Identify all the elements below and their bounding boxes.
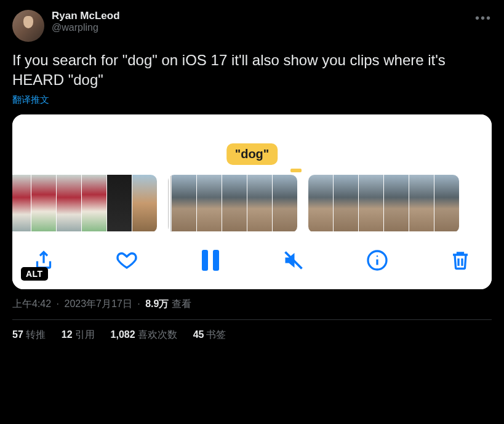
engagement-bar: 57转推 12引用 1,082喜欢次数 45书签 bbox=[12, 329, 492, 342]
video-frame bbox=[197, 175, 222, 231]
quotes-stat[interactable]: 12引用 bbox=[62, 329, 95, 342]
likes-stat[interactable]: 1,082喜欢次数 bbox=[111, 329, 177, 342]
media-toolbar bbox=[12, 238, 492, 289]
video-frame bbox=[359, 175, 383, 231]
tweet-container: Ryan McLeod @warpling ••• If you search … bbox=[0, 0, 504, 342]
tweet-header: Ryan McLeod @warpling ••• bbox=[12, 10, 492, 42]
views-count: 8.9万 bbox=[145, 298, 169, 309]
quotes-label: 引用 bbox=[75, 329, 95, 340]
info-icon[interactable] bbox=[364, 247, 390, 273]
trash-icon[interactable] bbox=[447, 247, 473, 273]
tweet-date[interactable]: 2023年7月17日 bbox=[65, 298, 132, 309]
user-handle: @warpling bbox=[52, 22, 468, 33]
likes-label: 喜欢次数 bbox=[138, 329, 177, 340]
retweets-count: 57 bbox=[12, 329, 23, 340]
quotes-count: 12 bbox=[62, 329, 73, 340]
clip-group[interactable] bbox=[308, 175, 459, 233]
likes-count: 1,082 bbox=[111, 329, 135, 340]
media-header-area: "dog" bbox=[12, 114, 492, 165]
divider bbox=[12, 319, 492, 320]
alt-badge[interactable]: ALT bbox=[21, 267, 48, 281]
display-name: Ryan McLeod bbox=[52, 10, 468, 22]
video-frame bbox=[107, 175, 132, 231]
tweet-time[interactable]: 上午4:42 bbox=[12, 298, 51, 309]
video-frame bbox=[273, 175, 297, 231]
keyword-tick-marker bbox=[290, 169, 302, 172]
video-frame bbox=[334, 175, 358, 231]
svg-point-3 bbox=[376, 255, 377, 257]
media-attachment[interactable]: "dog" bbox=[12, 114, 492, 289]
mute-icon[interactable] bbox=[281, 247, 306, 273]
clip-group[interactable] bbox=[168, 175, 297, 233]
video-frame bbox=[247, 175, 272, 231]
tweet-meta: 上午4:42 · 2023年7月17日 · 8.9万 查看 bbox=[12, 298, 492, 311]
video-frame bbox=[172, 175, 196, 231]
bookmarks-label: 书签 bbox=[206, 329, 226, 340]
avatar[interactable] bbox=[12, 10, 44, 42]
tweet-text: If you search for "dog" on iOS 17 it'll … bbox=[12, 50, 492, 90]
video-frame bbox=[132, 175, 157, 231]
video-frame bbox=[308, 175, 333, 231]
heart-icon[interactable] bbox=[114, 247, 140, 273]
video-frame bbox=[434, 175, 459, 231]
video-frame bbox=[31, 175, 56, 231]
user-info[interactable]: Ryan McLeod @warpling bbox=[52, 10, 468, 33]
playhead[interactable] bbox=[168, 175, 171, 233]
translate-link[interactable]: 翻译推文 bbox=[12, 94, 49, 106]
bookmarks-count: 45 bbox=[193, 329, 204, 340]
video-frame bbox=[57, 175, 81, 231]
video-filmstrip[interactable] bbox=[12, 165, 492, 238]
keyword-badge: "dog" bbox=[226, 143, 278, 165]
video-frame bbox=[12, 175, 31, 231]
pause-icon[interactable] bbox=[198, 247, 223, 273]
more-options-icon[interactable]: ••• bbox=[475, 10, 492, 25]
retweets-stat[interactable]: 57转推 bbox=[12, 329, 46, 342]
video-frame bbox=[409, 175, 434, 231]
clip-group[interactable] bbox=[12, 175, 157, 233]
bookmarks-stat[interactable]: 45书签 bbox=[193, 329, 226, 342]
views-label: 查看 bbox=[172, 298, 191, 309]
retweets-label: 转推 bbox=[26, 329, 46, 340]
video-frame bbox=[82, 175, 106, 231]
video-frame bbox=[222, 175, 247, 231]
video-frame bbox=[384, 175, 409, 231]
